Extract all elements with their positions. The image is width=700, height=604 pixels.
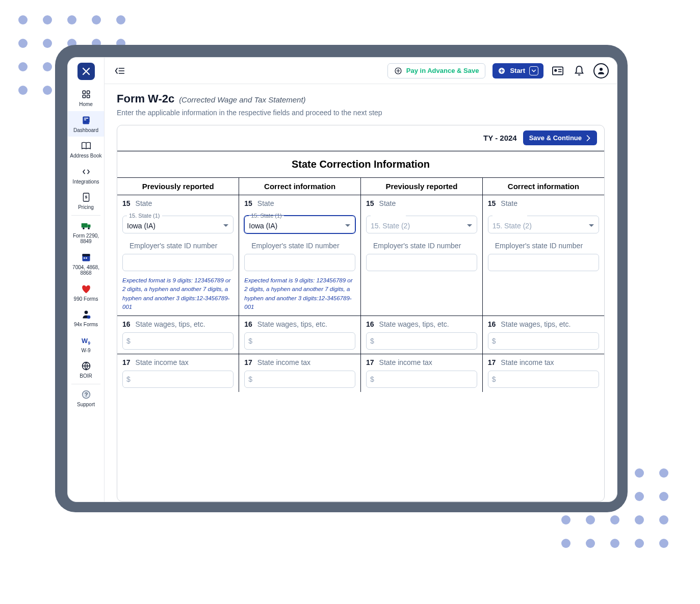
- format-hint: Expected format is 9 digits: 123456789 o…: [244, 276, 355, 311]
- section-title: State Correction Information: [117, 151, 604, 178]
- sidebar-divider: [71, 384, 100, 384]
- svg-rect-5: [84, 118, 88, 119]
- employer-id-input-correct-2[interactable]: [488, 254, 599, 271]
- employer-id-input-prev-1[interactable]: [122, 254, 234, 271]
- state-correction-table: Previously reported Correct information …: [117, 178, 604, 392]
- cell-15-prev-2: 15State 15. State (2) 15. State (2) Empl…: [361, 195, 483, 316]
- dollar-sign: $: [126, 375, 131, 383]
- svg-point-12: [83, 227, 85, 229]
- employer-id-input-prev-2[interactable]: [366, 254, 477, 271]
- dashboard-icon: x: [81, 115, 92, 126]
- svg-rect-0: [83, 91, 85, 93]
- caret-down-icon: [223, 224, 229, 228]
- sidebar: Home x Dashboard Address Book Integratio…: [68, 58, 105, 502]
- state-wages-input-correct-2[interactable]: [488, 332, 599, 350]
- user-icon: [597, 66, 606, 75]
- cell-17-correct-2: 17State income tax $: [482, 354, 604, 392]
- cell-17-prev-2: 17State income tax $: [361, 354, 483, 392]
- col-header-correct-2: Correct information: [482, 178, 604, 195]
- state-tax-input-prev-2[interactable]: [366, 371, 477, 388]
- svg-rect-15: [82, 254, 90, 256]
- sidebar-item-label: Home: [79, 101, 93, 108]
- sidebar-item-label: 990 Forms: [74, 296, 98, 302]
- sidebar-item-label: Address Book: [70, 153, 101, 159]
- state-tax-input-prev-1[interactable]: [122, 371, 234, 388]
- user-avatar[interactable]: [593, 63, 609, 78]
- state-tax-input-correct-2[interactable]: [488, 371, 599, 388]
- sidebar-item-label: Integrations: [72, 179, 99, 185]
- book-icon: [81, 140, 92, 151]
- state-wages-input-prev-2[interactable]: [366, 332, 477, 350]
- id-card-icon: [552, 66, 563, 75]
- page-title: Form W-2c: [117, 92, 174, 105]
- cell-16-prev-1: 16State wages, tips, etc. $: [117, 316, 239, 354]
- save-label: Save & Continue: [529, 134, 582, 142]
- sidebar-item-home[interactable]: Home: [68, 85, 104, 111]
- notifications-button[interactable]: [572, 64, 586, 78]
- support-icon: ?: [81, 389, 92, 400]
- svg-text:$: $: [85, 195, 87, 199]
- sidebar-item-label: W-9: [81, 348, 90, 354]
- svg-rect-3: [87, 95, 89, 98]
- dollar-sign: $: [248, 375, 252, 383]
- form-panel: TY - 2024 Save & Continue State Correcti…: [117, 125, 605, 502]
- svg-text:9: 9: [88, 341, 90, 346]
- svg-text:W: W: [81, 336, 87, 344]
- svg-rect-10: [81, 223, 87, 227]
- dollar-sign: $: [370, 375, 374, 383]
- sidebar-item-7004[interactable]: 7004, 4868, 8868: [68, 248, 104, 280]
- col-header-prev-1: Previously reported: [117, 178, 239, 195]
- pricing-icon: $: [81, 192, 92, 203]
- employer-id-label: Employer's state ID number: [244, 242, 355, 250]
- save-continue-button[interactable]: Save & Continue: [523, 130, 597, 145]
- state-wages-input-prev-1[interactable]: [122, 332, 234, 350]
- cell-15-correct-1: 15State 15. State (1) Iowa (IA) Employer…: [239, 195, 361, 316]
- state-select-1-prev[interactable]: 15. State (1) Iowa (IA): [122, 213, 234, 233]
- sidebar-item-form-2290[interactable]: Form 2290, 8849: [68, 217, 104, 248]
- dollar-sign: $: [370, 337, 374, 345]
- chevron-right-icon: [586, 135, 591, 142]
- state-select-1-correct[interactable]: 15. State (1) Iowa (IA): [244, 213, 355, 233]
- cell-16-correct-1: 16State wages, tips, etc. $: [239, 316, 361, 354]
- state-tax-input-correct-1[interactable]: [244, 371, 355, 388]
- svg-point-18: [84, 311, 88, 314]
- device-frame: Home x Dashboard Address Book Integratio…: [55, 45, 628, 512]
- svg-rect-17: [86, 257, 87, 259]
- state-select-2-prev[interactable]: 15. State (2) 15. State (2): [366, 213, 477, 233]
- truck-icon: [81, 220, 92, 231]
- sidebar-item-label: 94x Forms: [74, 322, 98, 328]
- id-card-button[interactable]: [551, 64, 565, 78]
- sidebar-item-support[interactable]: ? Support: [68, 385, 104, 411]
- sidebar-item-pricing[interactable]: $ Pricing: [68, 188, 104, 214]
- state-select-2-correct[interactable]: 15. State (2) 15. State (2): [488, 213, 599, 233]
- cell-17-prev-1: 17State income tax $: [117, 354, 239, 392]
- start-label: Start: [510, 67, 525, 74]
- sidebar-item-address-book[interactable]: Address Book: [68, 137, 104, 163]
- pay-in-advance-button[interactable]: Pay in Advance & Save: [387, 63, 486, 78]
- app-logo[interactable]: [77, 63, 95, 80]
- bell-icon: [574, 65, 584, 76]
- caret-down-icon: [466, 224, 473, 228]
- page-description: Enter the applicable information in the …: [117, 109, 605, 117]
- sidebar-item-w9[interactable]: W9 W-9: [68, 331, 104, 357]
- sidebar-item-label: Form 2290, 8849: [69, 233, 103, 245]
- format-hint: Expected format is 9 digits: 123456789 o…: [122, 276, 234, 311]
- state-wages-input-correct-1[interactable]: [244, 332, 355, 350]
- sidebar-item-label: Pricing: [78, 204, 94, 211]
- sidebar-item-boir[interactable]: BOIR: [68, 357, 104, 383]
- employer-id-label: Employer's state ID number: [122, 242, 234, 250]
- dollar-sign: $: [492, 337, 496, 345]
- plus-circle-icon: [394, 67, 402, 75]
- cell-16-prev-2: 16State wages, tips, etc. $: [361, 316, 483, 354]
- svg-rect-11: [87, 224, 90, 227]
- sidebar-item-integrations[interactable]: Integrations: [68, 163, 104, 189]
- sidebar-item-dashboard[interactable]: x Dashboard: [68, 111, 104, 137]
- employer-id-input-correct-1[interactable]: [244, 254, 355, 271]
- cell-15-prev-1: 15State 15. State (1) Iowa (IA) Employer…: [117, 195, 239, 316]
- sidebar-item-990[interactable]: 990 Forms: [68, 280, 104, 306]
- sidebar-item-94x[interactable]: 94x Forms: [68, 305, 104, 331]
- start-button[interactable]: Start: [492, 63, 543, 78]
- panel-top: TY - 2024 Save & Continue: [117, 125, 604, 151]
- sidebar-toggle[interactable]: [113, 64, 127, 78]
- main-area: Pay in Advance & Save Start: [105, 58, 617, 502]
